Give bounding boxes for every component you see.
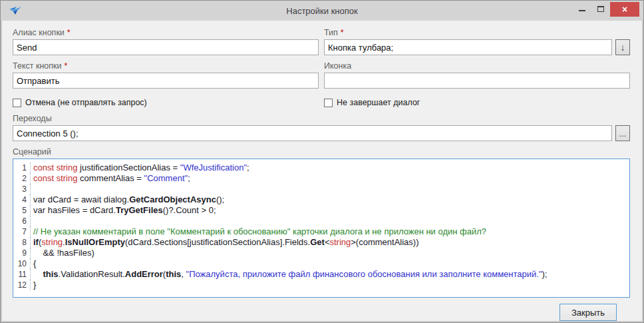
button-settings-dialog: Настройки кнопок × Алиас кнопки* Тип* ↓ …: [0, 0, 644, 323]
dialog-content: Алиас кнопки* Тип* ↓ Текст кнопки* Иконк…: [1, 21, 643, 321]
script-field-group: Сценарий 1const string justificationSect…: [13, 141, 630, 298]
script-label: Сценарий: [13, 147, 630, 157]
transitions-input[interactable]: [13, 125, 612, 141]
line-number: 4: [13, 194, 31, 205]
line-number: 7: [13, 226, 31, 237]
code-line: 8if(string.IsNullOrEmpty(dCard.Sections[…: [13, 237, 629, 248]
code-text: const string justificationSectionAlias =…: [31, 162, 249, 173]
button-text-input[interactable]: [13, 73, 319, 89]
icon-input[interactable]: [324, 73, 630, 89]
line-number: 10: [13, 258, 31, 269]
maximize-button[interactable]: [591, 2, 610, 15]
line-number: 9: [13, 248, 31, 258]
code-text: // Не указан комментарий в поле "Коммент…: [31, 226, 486, 237]
close-icon: ×: [622, 4, 627, 15]
line-number: 1: [13, 162, 31, 173]
text-label: Текст кнопки*: [13, 61, 319, 71]
window-title: Настройки кнопок: [1, 1, 643, 21]
transitions-browse-button[interactable]: ...: [615, 125, 630, 141]
code-line: 10{: [13, 258, 629, 269]
title-bar[interactable]: Настройки кнопок ×: [1, 1, 643, 21]
code-line: 2const string commentAlias = "Comment";: [13, 173, 629, 184]
line-number: 12: [13, 280, 31, 290]
line-number: 8: [13, 237, 31, 248]
code-line: 5var hasFiles = dCard.TryGetFiles()?.Cou…: [13, 205, 629, 216]
code-text: const string commentAlias = "Comment";: [31, 173, 190, 184]
minimize-button[interactable]: [573, 2, 591, 15]
code-line: 12}: [13, 280, 629, 290]
transitions-field-group: Переходы ...: [13, 108, 630, 141]
code-line: 6: [13, 216, 629, 226]
close-dialog-button[interactable]: Закрыть: [560, 304, 617, 321]
alias-field-group: Алиас кнопки*: [13, 22, 319, 55]
type-input[interactable]: [324, 39, 612, 55]
code-text: [31, 216, 36, 226]
required-asterisk: *: [67, 28, 71, 37]
code-line: 4var dCard = await dialog.GetCardObjectA…: [13, 194, 629, 205]
minimize-icon: [579, 10, 585, 11]
cancel-checkbox-label: Отмена (не отправлять запрос): [25, 98, 147, 107]
window-controls: ×: [573, 1, 643, 17]
code-line: 7// Не указан комментарий в поле "Коммен…: [13, 226, 629, 237]
required-asterisk: *: [341, 28, 344, 37]
script-code-editor[interactable]: 1const string justificationSectionAlias …: [13, 159, 630, 298]
type-field-group: Тип* ↓: [324, 22, 630, 55]
dialog-footer: Закрыть: [13, 298, 630, 321]
close-window-button[interactable]: ×: [610, 2, 639, 17]
code-line: 1const string justificationSectionAlias …: [13, 162, 629, 173]
code-text: var dCard = await dialog.GetCardObjectAs…: [31, 194, 224, 205]
arrow-down-icon: ↓: [621, 43, 625, 52]
text-field-group: Текст кнопки*: [13, 55, 319, 89]
code-text: [31, 184, 36, 194]
code-line: 11 this.ValidationResult.AddError(this, …: [13, 269, 629, 280]
code-text: this.ValidationResult.AddError(this, "По…: [31, 269, 547, 280]
required-asterisk: *: [65, 61, 68, 71]
icon-label: Иконка: [324, 61, 630, 71]
line-number: 11: [13, 269, 31, 280]
line-number: 3: [13, 184, 31, 194]
code-text: && !hasFiles): [31, 248, 94, 258]
icon-field-group: Иконка: [324, 55, 630, 89]
maximize-icon: [597, 6, 604, 12]
no-close-checkbox-row: Не завершает диалог: [324, 97, 630, 108]
no-close-checkbox-label: Не завершает диалог: [337, 98, 420, 107]
code-line: 3: [13, 184, 629, 194]
line-number: 5: [13, 205, 31, 216]
cancel-checkbox[interactable]: [13, 99, 21, 107]
alias-label: Алиас кнопки*: [13, 28, 319, 37]
line-number: 2: [13, 173, 31, 184]
code-text: if(string.IsNullOrEmpty(dCard.Sections[j…: [31, 237, 418, 248]
cancel-checkbox-row: Отмена (не отправлять запрос): [13, 97, 319, 108]
transitions-label: Переходы: [13, 114, 630, 123]
code-text: }: [31, 280, 36, 290]
type-dropdown-button[interactable]: ↓: [615, 39, 630, 55]
code-text: {: [31, 258, 36, 269]
ellipsis-icon: ...: [619, 129, 627, 138]
alias-input[interactable]: [13, 39, 319, 55]
no-close-dialog-checkbox[interactable]: [324, 99, 333, 107]
bird-logo-icon: [8, 5, 23, 17]
code-line: 9 && !hasFiles): [13, 248, 629, 258]
type-label: Тип*: [324, 28, 630, 37]
code-text: var hasFiles = dCard.TryGetFiles()?.Coun…: [31, 205, 216, 216]
line-number: 6: [13, 216, 31, 226]
